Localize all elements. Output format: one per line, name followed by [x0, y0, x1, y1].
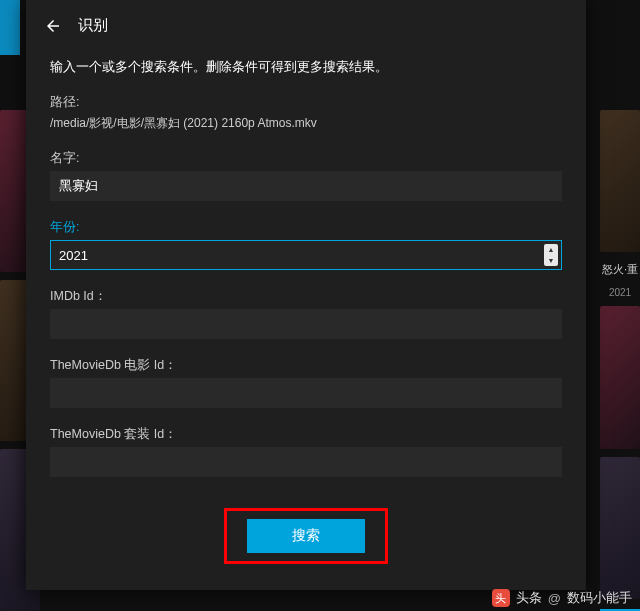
path-group: 路径: /media/影视/电影/黑寡妇 (2021) 2160p Atmos.… — [50, 94, 562, 132]
year-label: 年份: — [50, 219, 562, 236]
top-accent-bar — [0, 0, 20, 55]
year-input[interactable] — [50, 240, 562, 270]
tmdb-collection-input[interactable] — [50, 447, 562, 477]
name-group: 名字: — [50, 150, 562, 201]
name-input[interactable] — [50, 171, 562, 201]
year-group: 年份: ▲▼ — [50, 219, 562, 270]
watermark-author: 数码小能手 — [567, 589, 632, 607]
imdb-input[interactable] — [50, 309, 562, 339]
poster-thumb[interactable] — [600, 457, 640, 599]
instruction-text: 输入一个或多个搜索条件。删除条件可得到更多搜索结果。 — [50, 59, 562, 76]
imdb-label: IMDb Id： — [50, 288, 562, 305]
name-label: 名字: — [50, 150, 562, 167]
modal-header: 识别 — [26, 0, 586, 51]
watermark-at: @ — [548, 591, 561, 606]
highlight-annotation: 搜索 — [224, 508, 388, 564]
tmdb-movie-label: TheMovieDb 电影 Id： — [50, 357, 562, 374]
poster-thumb[interactable] — [600, 306, 640, 448]
modal-title: 识别 — [78, 16, 108, 35]
poster-thumb[interactable] — [600, 110, 640, 252]
poster-year: 2021 — [600, 287, 640, 298]
tmdb-movie-input[interactable] — [50, 378, 562, 408]
tmdb-movie-group: TheMovieDb 电影 Id： — [50, 357, 562, 408]
path-value: /media/影视/电影/黑寡妇 (2021) 2160p Atmos.mkv — [50, 115, 562, 132]
identify-modal: 识别 输入一个或多个搜索条件。删除条件可得到更多搜索结果。 路径: /media… — [26, 0, 586, 590]
poster-title: 怒火·重 — [600, 260, 640, 279]
number-spinner[interactable]: ▲▼ — [544, 244, 558, 266]
watermark-icon: 头 — [492, 589, 510, 607]
watermark-prefix: 头条 — [516, 589, 542, 607]
tmdb-collection-group: TheMovieDb 套装 Id： — [50, 426, 562, 477]
modal-body: 输入一个或多个搜索条件。删除条件可得到更多搜索结果。 路径: /media/影视… — [26, 51, 586, 508]
imdb-group: IMDb Id： — [50, 288, 562, 339]
modal-footer: 搜索 — [26, 508, 586, 590]
search-button[interactable]: 搜索 — [247, 519, 365, 553]
back-arrow-icon[interactable] — [44, 17, 62, 35]
path-label: 路径: — [50, 94, 562, 111]
watermark: 头 头条 @ 数码小能手 — [492, 589, 632, 607]
tmdb-collection-label: TheMovieDb 套装 Id： — [50, 426, 562, 443]
